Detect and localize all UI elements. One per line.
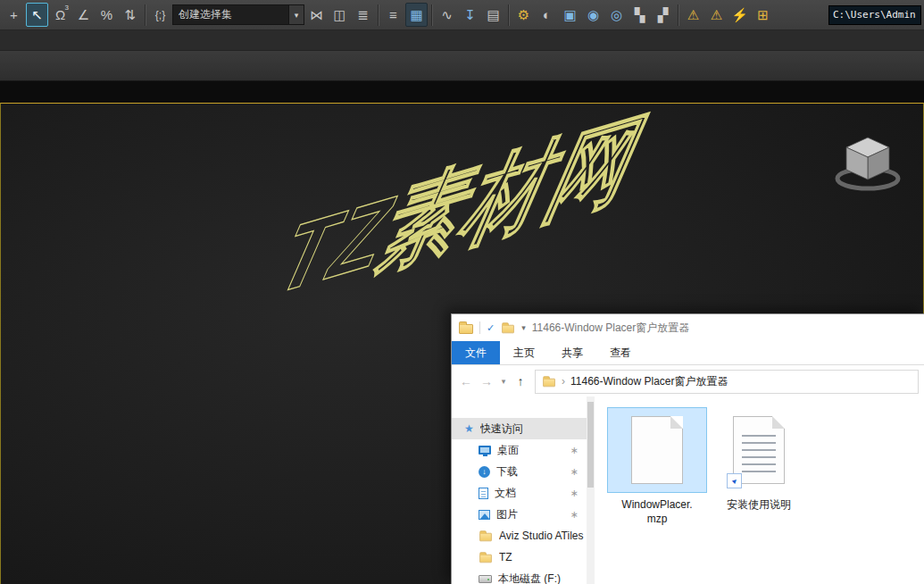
sidebar-item-documents[interactable]: 文档 ∗	[452, 482, 595, 504]
list-icon: ≡	[389, 7, 397, 22]
toolbar-separator	[145, 4, 146, 26]
history-dropdown-icon[interactable]: ▾	[498, 377, 509, 386]
sidebar-item-label: 图片	[496, 507, 564, 522]
select-cursor-icon: ↖	[31, 7, 43, 23]
checker-pattern-button-2[interactable]: ▞	[652, 3, 674, 27]
pin-icon: ∗	[570, 445, 579, 456]
address-input[interactable]: › 11466-Window Placer窗户放置器	[535, 370, 919, 394]
selection-sets-icon: {;}	[155, 9, 165, 21]
max-secondary-toolbar-strip	[0, 51, 924, 81]
sidebar-scrollbar[interactable]	[587, 396, 595, 584]
scene-explorer-button[interactable]: ≡	[382, 3, 404, 27]
layer-manager-button[interactable]: ≣	[352, 3, 374, 27]
sidebar-item-downloads[interactable]: ↓ 下载 ∗	[452, 461, 595, 482]
checker-pattern-button-1[interactable]: ▚	[628, 3, 651, 27]
render-production-button[interactable]: ◉	[582, 3, 604, 27]
explorer-titlebar[interactable]: ✓ ▾ 11466-Window Placer窗户放置器	[452, 314, 924, 341]
sidebar-item-desktop[interactable]: 桌面 ∗	[452, 439, 595, 461]
forward-button[interactable]: →	[478, 374, 495, 388]
address-folder-icon	[543, 379, 555, 387]
file-icon	[631, 416, 683, 484]
render-iterative-button[interactable]: ◎	[605, 3, 628, 27]
file-name-line: 安装使用说明	[727, 498, 791, 513]
gear-icon: ⚙	[518, 7, 529, 23]
qat-folder-icon[interactable]	[502, 325, 514, 333]
tab-share[interactable]: 共享	[548, 341, 596, 364]
selection-set-dropdown[interactable]: 创建选择集 ▾	[172, 4, 304, 25]
select-object-button[interactable]: ↖	[26, 3, 48, 27]
file-icon-area[interactable]	[607, 407, 707, 493]
breadcrumb[interactable]: 11466-Window Placer窗户放置器	[570, 374, 728, 389]
warning-button-1[interactable]: ⚠	[682, 3, 704, 27]
snap-mode-badge: 3	[65, 4, 69, 12]
sidebar-item-tz[interactable]: TZ	[452, 546, 595, 568]
folder-icon	[479, 555, 492, 563]
ribbon-toggle-button[interactable]: ▦	[405, 3, 428, 27]
render-setup-button[interactable]: ⚙	[512, 3, 535, 27]
explorer-sidebar: ★ 快速访问 桌面 ∗ ↓ 下载 ∗ 文档 ∗	[452, 396, 595, 584]
tab-file[interactable]: 文件	[452, 341, 500, 364]
layers-icon: ≣	[357, 7, 369, 23]
move-icon: +	[10, 7, 18, 22]
viewcube[interactable]	[828, 123, 907, 198]
quick-access-star-icon: ★	[464, 422, 474, 435]
file-name-line: WindowPlacer.	[621, 498, 692, 513]
checker-icon: ▞	[658, 7, 669, 23]
file-item-install-readme[interactable]: ► 安装使用说明	[716, 407, 802, 513]
dope-sheet-button[interactable]: ↧	[459, 3, 481, 27]
warning-button-2[interactable]: ⚠	[705, 3, 728, 27]
schematic-view-button[interactable]: ▤	[482, 3, 504, 27]
rendered-frame-button[interactable]: ▣	[559, 3, 581, 27]
toolbar-separator	[678, 4, 678, 26]
sidebar-item-pictures[interactable]: 图片 ∗	[452, 504, 595, 525]
sidebar-item-local-disk-f[interactable]: 本地磁盘 (F:)	[452, 568, 595, 584]
toolbar-separator	[378, 4, 379, 26]
drive-icon	[479, 575, 492, 583]
scrollbar-thumb[interactable]	[587, 402, 594, 488]
spinner-icon: ⇅	[124, 7, 136, 23]
material-sphere-icon: ◐	[543, 7, 551, 22]
desktop-icon	[479, 446, 491, 455]
tab-view[interactable]: 查看	[596, 341, 645, 364]
align-button[interactable]: ◫	[329, 3, 351, 27]
sidebar-item-quick-access[interactable]: ★ 快速访问	[452, 418, 595, 439]
project-path-field[interactable]: C:\Users\Admin	[828, 5, 921, 25]
percent-snap-button[interactable]: %	[96, 3, 118, 27]
explorer-menu-tabs: 文件 主页 共享 查看	[452, 341, 924, 365]
sheet-icon: ▤	[487, 7, 499, 23]
file-icon-area[interactable]: ►	[716, 407, 802, 493]
material-editor-button[interactable]: ◐	[536, 3, 558, 27]
up-button[interactable]: ↑	[512, 374, 529, 388]
shortcut-badge-icon: ►	[727, 473, 742, 488]
sidebar-item-label: Aviz Studio ATiles	[499, 530, 586, 542]
spinner-snap-button[interactable]: ⇅	[119, 3, 141, 27]
max-main-toolbar: + ↖ Ω3 ∠ % ⇅ {;} 创建选择集 ▾ ⋈ ◫ ≣ ≡ ▦ ∿ ↧ ▤…	[0, 0, 924, 30]
move-tool-button[interactable]: +	[3, 3, 25, 27]
back-button[interactable]: ←	[457, 374, 475, 388]
frame-icon: ▣	[563, 7, 576, 23]
angle-snap-button[interactable]: ∠	[72, 3, 95, 27]
sidebar-item-label: 下载	[496, 464, 564, 480]
curve-icon: ∿	[441, 7, 453, 23]
named-selection-sets-button[interactable]: {;}	[149, 3, 171, 27]
align-icon: ◫	[333, 7, 345, 23]
sidebar-item-label: 本地磁盘 (F:)	[498, 571, 586, 584]
file-item-windowplacer-mzp[interactable]: WindowPlacer. mzp	[607, 407, 707, 526]
mirror-icon: ⋈	[310, 7, 323, 23]
file-explorer-window: ✓ ▾ 11466-Window Placer窗户放置器 文件 主页 共享 查看…	[451, 313, 924, 584]
pictures-icon	[479, 510, 490, 520]
sidebar-item-aviz-studio-atiles[interactable]: Aviz Studio ATiles	[452, 525, 595, 546]
tab-home[interactable]: 主页	[500, 341, 548, 364]
sidebar-item-label: TZ	[499, 551, 586, 563]
magic-wand-button[interactable]: ⚡	[728, 3, 751, 27]
wireframe-text-object[interactable]: TZ素材网	[259, 104, 664, 318]
mirror-button[interactable]: ⋈	[305, 3, 328, 27]
file-name-line: mzp	[621, 513, 692, 527]
qat-dropdown-icon[interactable]: ▾	[521, 323, 526, 332]
qat-check-icon[interactable]: ✓	[487, 322, 495, 334]
chevron-down-icon[interactable]: ▾	[288, 5, 304, 24]
snap-toggle-button[interactable]: Ω3	[49, 3, 71, 27]
uv-grid-button[interactable]: ⊞	[752, 3, 774, 27]
curve-editor-button[interactable]: ∿	[436, 3, 458, 27]
wand-icon: ⚡	[731, 7, 748, 23]
